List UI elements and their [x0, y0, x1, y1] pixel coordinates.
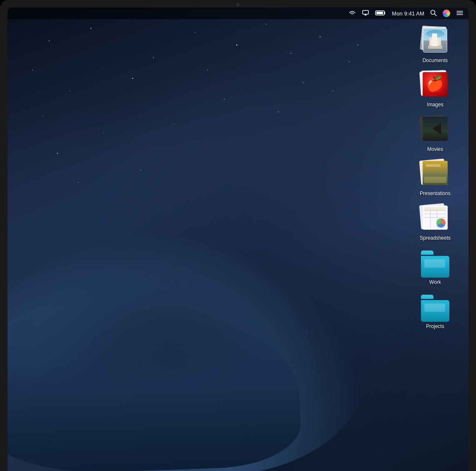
stars — [8, 8, 468, 471]
svg-point-6 — [70, 90, 70, 91]
screen: Mon 9:41 AM — [8, 8, 468, 471]
wifi-icon[interactable] — [348, 10, 356, 17]
documents-label: Documents — [423, 58, 448, 63]
battery-icon[interactable] — [375, 10, 386, 17]
desktop-icon-images[interactable]: Images — [412, 68, 458, 109]
folder-projects-body — [421, 300, 449, 322]
svg-point-16 — [278, 111, 279, 113]
documents-icon-image — [420, 26, 450, 56]
spreadsheets-label: Spreadsheets — [420, 235, 451, 241]
svg-point-20 — [32, 70, 33, 70]
svg-point-0 — [49, 40, 50, 41]
folder-projects-tab — [421, 295, 433, 299]
svg-line-28 — [435, 14, 437, 16]
svg-rect-24 — [363, 10, 368, 14]
svg-point-7 — [132, 78, 133, 79]
notification-center-icon[interactable] — [456, 10, 463, 17]
movies-icon-image — [420, 115, 450, 145]
svg-point-18 — [78, 182, 79, 183]
folder-projects-shine — [424, 303, 445, 312]
svg-rect-26 — [376, 12, 383, 14]
desktop-icon-projects[interactable]: Projects — [412, 290, 458, 331]
desktop-icon-work[interactable]: Work — [412, 246, 458, 287]
ss-stack-front — [423, 205, 448, 230]
svg-point-23 — [357, 45, 358, 45]
menubar-time[interactable]: Mon 9:41 AM — [392, 10, 424, 17]
movies-label: Movies — [427, 146, 443, 152]
svg-point-19 — [140, 170, 142, 171]
img-stack-front — [423, 72, 448, 96]
presentations-label: Presentations — [420, 190, 450, 196]
work-icon-image — [420, 248, 450, 278]
desktop-icon-presentations[interactable]: Presentations — [412, 157, 458, 198]
spreadsheets-icon-image — [420, 203, 450, 233]
svg-point-11 — [349, 61, 350, 62]
camera — [236, 3, 240, 6]
search-icon[interactable] — [430, 10, 437, 17]
svg-point-21 — [43, 115, 43, 116]
svg-point-4 — [236, 45, 238, 46]
presentations-icon-image — [420, 159, 450, 189]
folder-work-tab — [421, 251, 433, 255]
folder-work-shine — [424, 259, 445, 268]
photo-stack-front — [423, 28, 447, 53]
svg-point-17 — [332, 90, 333, 91]
svg-point-15 — [224, 99, 225, 100]
images-label: Images — [427, 102, 443, 108]
svg-point-5 — [266, 24, 266, 25]
svg-point-9 — [291, 53, 291, 54]
svg-point-10 — [320, 36, 321, 38]
menubar: Mon 9:41 AM — [8, 8, 468, 19]
desktop-icon-documents[interactable]: Documents — [412, 24, 458, 65]
projects-icon-image — [420, 292, 450, 322]
svg-point-8 — [207, 70, 208, 70]
desktop-icons: Documents Images — [410, 24, 460, 331]
folder-projects — [420, 295, 450, 322]
svg-point-2 — [153, 57, 154, 58]
airplay-icon[interactable] — [362, 10, 369, 17]
projects-label: Projects — [426, 323, 444, 329]
svg-point-22 — [303, 82, 304, 83]
movie-stack-front — [423, 117, 448, 141]
svg-point-1 — [90, 28, 92, 29]
folder-work-body — [421, 256, 449, 278]
svg-point-12 — [103, 132, 104, 133]
desktop-icon-spreadsheets[interactable]: Spreadsheets — [412, 202, 458, 243]
svg-point-14 — [174, 124, 175, 125]
pres-stack-front — [423, 161, 448, 185]
svg-point-3 — [195, 32, 195, 33]
work-label: Work — [429, 279, 441, 285]
laptop-frame: Mon 9:41 AM — [0, 0, 476, 471]
desktop-icon-movies[interactable]: Movies — [412, 113, 458, 154]
siri-icon[interactable] — [443, 10, 450, 17]
images-icon-image — [420, 70, 450, 100]
folder-work — [420, 251, 450, 278]
wallpaper — [8, 8, 468, 471]
menubar-right: Mon 9:41 AM — [348, 10, 463, 17]
svg-point-13 — [57, 153, 58, 154]
